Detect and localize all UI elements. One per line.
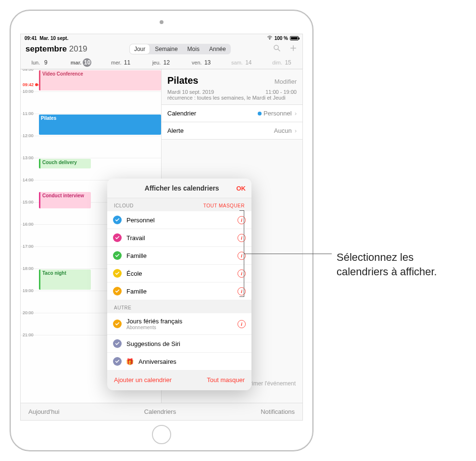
callout-line bbox=[244, 254, 332, 254]
calendars-popover: Afficher les calendriers OK ICLOUD TOUT … bbox=[107, 179, 251, 390]
other-calendars-list: Jours fériés françaisAbonnements i Sugge… bbox=[107, 313, 251, 371]
calendar-birthdays[interactable]: 🎁 Anniversaires bbox=[107, 353, 251, 371]
seg-month[interactable]: Mois bbox=[183, 44, 204, 54]
delete-event-partial[interactable]: rimer l'événement bbox=[250, 380, 296, 387]
today-button[interactable]: Aujourd'hui bbox=[28, 408, 60, 415]
check-icon bbox=[113, 233, 122, 242]
gift-icon: 🎁 bbox=[126, 358, 134, 365]
event-time: 11:00 - 19:00 bbox=[265, 89, 297, 95]
event-recurrence: récurrence : toutes les semaines, le Mar… bbox=[167, 95, 297, 101]
callout-bracket bbox=[239, 210, 244, 297]
calendar-header: septembre 2019 Jour Semaine Mois Année bbox=[21, 42, 302, 55]
svg-line-1 bbox=[278, 49, 280, 51]
day-selector: lun.9 mar.10 mer.11 jeu.12 ven.13 sam.14… bbox=[21, 55, 302, 69]
add-calendar-button[interactable]: Ajouter un calendrier bbox=[114, 376, 172, 384]
status-bar: 09:41 Mar. 10 sept. 100 % bbox=[21, 34, 302, 42]
icloud-calendars-list: Personnel i Travail i Famille i École i bbox=[107, 211, 251, 300]
info-icon[interactable]: i bbox=[238, 320, 246, 328]
status-right: 100 % bbox=[267, 35, 299, 41]
other-section: AUTRE bbox=[114, 305, 131, 310]
battery-icon bbox=[290, 36, 299, 40]
hide-all-button[interactable]: Tout masquer bbox=[207, 376, 245, 384]
screen: 09:41 Mar. 10 sept. 100 % septembre 2019… bbox=[20, 34, 303, 421]
event-couch-delivery[interactable]: Couch delivery bbox=[39, 159, 91, 168]
day-thu[interactable]: jeu.12 bbox=[141, 58, 182, 67]
calendar-famille[interactable]: Famille i bbox=[107, 247, 251, 265]
event-conduct-interview[interactable]: Conduct interview bbox=[39, 192, 91, 208]
check-icon bbox=[113, 339, 122, 348]
home-button[interactable] bbox=[152, 425, 171, 444]
chevron-right-icon: › bbox=[295, 127, 297, 134]
calendar-siri[interactable]: Suggestions de Siri bbox=[107, 335, 251, 353]
popover-title: Afficher les calendriers bbox=[127, 184, 237, 192]
year-label: 2019 bbox=[69, 44, 88, 53]
check-icon bbox=[113, 320, 122, 328]
day-sun[interactable]: dim.15 bbox=[262, 58, 302, 67]
check-icon bbox=[113, 251, 122, 260]
month-title[interactable]: septembre 2019 bbox=[25, 44, 88, 54]
check-icon bbox=[113, 216, 122, 224]
day-fri[interactable]: ven.13 bbox=[182, 58, 222, 67]
battery-pct: 100 % bbox=[275, 36, 288, 41]
chevron-right-icon: › bbox=[295, 110, 297, 117]
check-icon bbox=[113, 269, 122, 278]
hide-all-caps-button[interactable]: TOUT MASQUER bbox=[203, 203, 245, 208]
seg-day[interactable]: Jour bbox=[130, 44, 150, 54]
bottom-toolbar: Aujourd'hui Calendriers Notifications bbox=[21, 403, 302, 420]
view-segmented-control[interactable]: Jour Semaine Mois Année bbox=[129, 44, 231, 54]
search-icon[interactable] bbox=[273, 44, 281, 54]
alert-label: Alerte bbox=[167, 127, 184, 134]
day-sat[interactable]: sam.14 bbox=[222, 58, 263, 67]
day-mon[interactable]: lun.9 bbox=[21, 58, 61, 67]
event-taco-night[interactable]: Taco night bbox=[39, 269, 91, 290]
calendar-label: Calendrier bbox=[167, 110, 196, 117]
event-title: Pilates bbox=[167, 75, 198, 86]
modify-button[interactable]: Modifier bbox=[275, 78, 297, 85]
camera bbox=[160, 20, 163, 24]
add-icon[interactable] bbox=[289, 44, 298, 54]
now-time: 09:42 bbox=[23, 82, 34, 87]
calendar-dot bbox=[258, 112, 262, 115]
calendar-ecole[interactable]: École i bbox=[107, 265, 251, 282]
calendar-personnel[interactable]: Personnel i bbox=[107, 211, 251, 229]
svg-point-0 bbox=[274, 45, 278, 50]
seg-year[interactable]: Année bbox=[204, 44, 231, 54]
calendar-famille-2[interactable]: Famille i bbox=[107, 282, 251, 300]
status-time: 09:41 bbox=[25, 36, 37, 41]
seg-week[interactable]: Semaine bbox=[150, 44, 182, 54]
calendars-button[interactable]: Calendriers bbox=[144, 408, 176, 415]
event-video-conference[interactable]: Video Conference bbox=[39, 70, 161, 90]
check-icon bbox=[113, 287, 122, 295]
day-wed[interactable]: mer.11 bbox=[101, 58, 141, 67]
calendar-travail[interactable]: Travail i bbox=[107, 229, 251, 247]
alert-row[interactable]: Alerte Aucun› bbox=[162, 122, 302, 140]
check-icon bbox=[113, 357, 122, 366]
day-tue[interactable]: mar.10 bbox=[61, 58, 101, 67]
calendar-row[interactable]: Calendrier Personnel› bbox=[162, 105, 302, 122]
month-label: septembre bbox=[25, 44, 67, 53]
callout-text: Sélectionnez les calendriers à afficher. bbox=[337, 250, 462, 279]
status-date: Mar. 10 sept. bbox=[39, 36, 68, 41]
icloud-section: ICLOUD bbox=[114, 203, 134, 208]
status-left: 09:41 Mar. 10 sept. bbox=[25, 36, 68, 41]
calendar-holidays[interactable]: Jours fériés françaisAbonnements i bbox=[107, 313, 251, 335]
ipad-frame: 09:41 Mar. 10 sept. 100 % septembre 2019… bbox=[10, 10, 313, 451]
event-pilates[interactable]: Pilates bbox=[39, 115, 161, 135]
ok-button[interactable]: OK bbox=[237, 185, 246, 192]
wifi-icon bbox=[267, 35, 273, 41]
notifications-button[interactable]: Notifications bbox=[261, 408, 295, 415]
event-date: Mardi 10 sept. 2019 bbox=[167, 89, 214, 95]
